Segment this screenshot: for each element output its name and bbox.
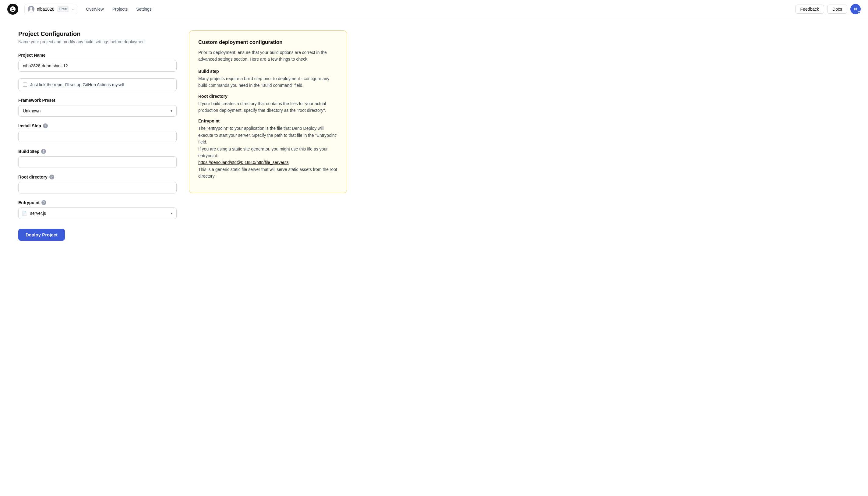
info-root-directory-title: Root directory <box>198 94 338 99</box>
deno-logo-icon[interactable] <box>7 4 18 15</box>
info-build-step-text: Many projects require a build step prior… <box>198 75 338 89</box>
account-avatar <box>28 6 34 13</box>
info-entrypoint-text-before: The "entrypoint" to your application is … <box>198 126 337 158</box>
info-build-step-section: Build step Many projects require a build… <box>198 69 338 89</box>
framework-preset-section: Framework Preset Unknown Next.js Nuxt Sv… <box>18 98 177 117</box>
github-actions-checkbox-row[interactable]: Just link the repo, I'll set up GitHub A… <box>18 78 177 91</box>
entrypoint-section: Entrypoint ? 📄 server.js ▾ <box>18 200 177 219</box>
entrypoint-help-icon[interactable]: ? <box>42 200 46 205</box>
svg-point-4 <box>30 7 32 10</box>
build-step-label: Build Step ? <box>18 149 177 154</box>
left-panel: Project Configuration Name your project … <box>18 30 177 241</box>
root-directory-section: Root directory ? <box>18 174 177 193</box>
info-build-step-title: Build step <box>198 69 338 74</box>
github-actions-checkbox[interactable] <box>23 82 27 87</box>
navbar: niba2828 Free ⌄ Overview Projects Settin… <box>0 0 868 18</box>
account-name: niba2828 <box>37 7 54 12</box>
account-badge[interactable]: niba2828 Free ⌄ <box>25 4 77 14</box>
info-root-directory-section: Root directory If your build creates a d… <box>198 94 338 114</box>
entrypoint-select-wrapper: 📄 server.js ▾ <box>18 207 177 219</box>
info-entrypoint-text-after: This is a generic static file server tha… <box>198 167 337 179</box>
info-card-intro: Prior to deployment, ensure that your bu… <box>198 49 338 63</box>
feedback-button[interactable]: Feedback <box>795 4 824 14</box>
root-directory-help-icon[interactable]: ? <box>49 174 54 180</box>
nav-links: Overview Projects Settings <box>86 7 152 12</box>
info-entrypoint-text: The "entrypoint" to your application is … <box>198 125 338 180</box>
info-card-title: Custom deployment configuration <box>198 39 338 45</box>
nav-link-projects[interactable]: Projects <box>112 7 128 12</box>
build-step-help-icon[interactable]: ? <box>41 149 46 154</box>
build-step-input[interactable] <box>18 156 177 168</box>
project-name-section: Project Name <box>18 53 177 72</box>
main-content: Project Configuration Name your project … <box>0 18 426 253</box>
install-step-help-icon[interactable]: ? <box>43 123 48 128</box>
framework-preset-label: Framework Preset <box>18 98 177 103</box>
entrypoint-label: Entrypoint ? <box>18 200 177 205</box>
install-step-input[interactable] <box>18 131 177 142</box>
root-directory-input[interactable] <box>18 182 177 193</box>
svg-point-2 <box>12 7 13 9</box>
project-name-input[interactable] <box>18 60 177 72</box>
right-panel: Custom deployment configuration Prior to… <box>189 30 347 241</box>
deploy-project-button[interactable]: Deploy Project <box>18 229 65 241</box>
root-directory-label: Root directory ? <box>18 174 177 180</box>
framework-preset-wrapper: Unknown Next.js Nuxt SvelteKit Remix Gat… <box>18 105 177 117</box>
user-avatar[interactable]: N <box>850 4 861 14</box>
info-root-directory-text: If your build creates a directory that c… <box>198 100 338 114</box>
entrypoint-select[interactable]: server.js <box>18 207 177 219</box>
info-entrypoint-section: Entrypoint The "entrypoint" to your appl… <box>198 119 338 180</box>
github-actions-label: Just link the repo, I'll set up GitHub A… <box>30 82 124 87</box>
build-step-section: Build Step ? <box>18 149 177 168</box>
info-card: Custom deployment configuration Prior to… <box>189 30 347 193</box>
install-step-label: Install Step ? <box>18 123 177 128</box>
online-indicator <box>858 11 861 14</box>
navbar-right: Feedback Docs N <box>795 4 861 14</box>
docs-button[interactable]: Docs <box>827 4 847 14</box>
page-subtitle: Name your project and modify any build s… <box>18 39 177 44</box>
navbar-left: niba2828 Free ⌄ Overview Projects Settin… <box>7 4 795 15</box>
entrypoint-link[interactable]: https://deno.land/std@0.188.0/http/file_… <box>198 160 289 165</box>
nav-link-overview[interactable]: Overview <box>86 7 104 12</box>
plan-badge: Free <box>57 6 69 12</box>
nav-link-settings[interactable]: Settings <box>136 7 152 12</box>
info-entrypoint-title: Entrypoint <box>198 119 338 123</box>
project-name-label: Project Name <box>18 53 177 58</box>
account-chevron-icon: ⌄ <box>72 7 74 11</box>
framework-preset-select[interactable]: Unknown Next.js Nuxt SvelteKit Remix Gat… <box>18 105 177 117</box>
install-step-section: Install Step ? <box>18 123 177 142</box>
page-title: Project Configuration <box>18 30 177 37</box>
